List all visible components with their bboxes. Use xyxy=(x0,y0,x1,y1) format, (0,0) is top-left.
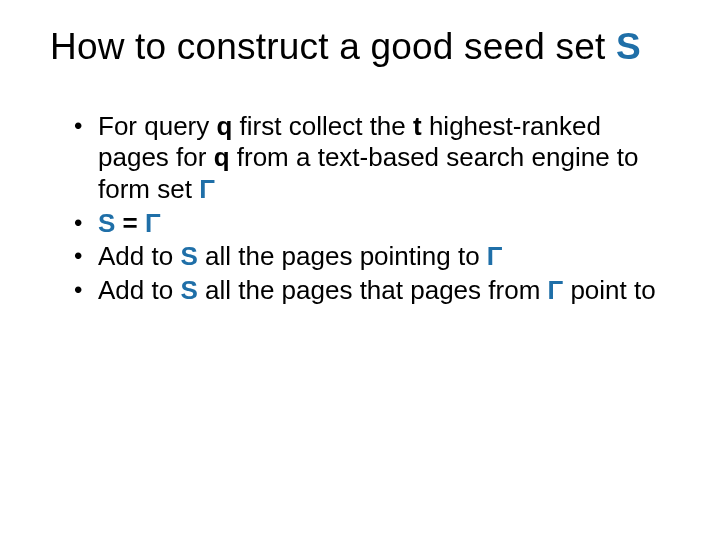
list-item: S = Γ xyxy=(74,208,670,240)
text: Add to xyxy=(98,241,180,271)
variable-gamma: Γ xyxy=(548,275,564,305)
equals-sign: = xyxy=(115,208,145,238)
slide-title: How to construct a good seed set S xyxy=(50,26,670,69)
title-text: How to construct a good seed set xyxy=(50,26,616,67)
bullet-list: For query q first collect the t highest-… xyxy=(50,111,670,307)
text: point to xyxy=(563,275,656,305)
variable-t: t xyxy=(413,111,422,141)
variable-gamma: Γ xyxy=(145,208,161,238)
variable-q: q xyxy=(214,142,230,172)
title-variable-s: S xyxy=(616,26,641,67)
text: Add to xyxy=(98,275,180,305)
variable-s: S xyxy=(180,241,197,271)
variable-s: S xyxy=(98,208,115,238)
text: all the pages pointing to xyxy=(198,241,487,271)
text: first collect the xyxy=(232,111,413,141)
variable-gamma: Γ xyxy=(199,174,215,204)
list-item: For query q first collect the t highest-… xyxy=(74,111,670,206)
variable-gamma: Γ xyxy=(487,241,503,271)
text: For query xyxy=(98,111,217,141)
variable-q: q xyxy=(217,111,233,141)
variable-s: S xyxy=(180,275,197,305)
slide: How to construct a good seed set S For q… xyxy=(0,0,720,540)
text: all the pages that pages from xyxy=(198,275,548,305)
list-item: Add to S all the pages that pages from Γ… xyxy=(74,275,670,307)
list-item: Add to S all the pages pointing to Γ xyxy=(74,241,670,273)
